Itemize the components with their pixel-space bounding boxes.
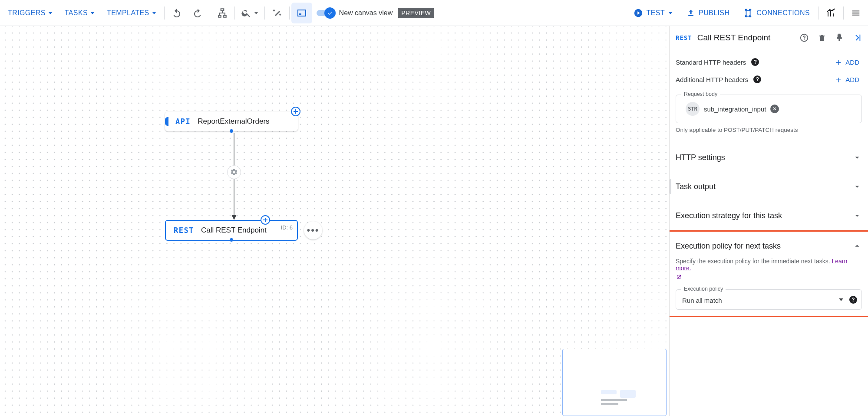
redo-button[interactable] [187, 3, 208, 23]
collapse-panel-button[interactable] [852, 33, 862, 43]
magic-button[interactable] [267, 3, 287, 23]
trash-icon [818, 33, 826, 42]
section-exec-strategy: Execution strategy for this task [670, 201, 868, 230]
node-port[interactable] [230, 238, 233, 242]
add-node-icon[interactable] [291, 107, 300, 116]
additional-headers-label: Additional HTTP headers [676, 76, 748, 83]
layout-button[interactable] [212, 3, 233, 23]
edge [231, 133, 237, 220]
workspace: API ReportExternalOrders REST Call REST … [0, 26, 868, 416]
node-accent [165, 117, 168, 126]
edge-settings-button[interactable] [227, 165, 241, 179]
minimap[interactable] [562, 349, 667, 416]
panel-header: REST Call REST Endpoint [670, 26, 868, 49]
canvas-view-label: New canvas view [339, 9, 393, 17]
chevron-down-icon [254, 12, 258, 14]
check-icon [324, 7, 336, 19]
task-node-selected[interactable]: REST Call REST Endpoint ID: 6 [165, 220, 298, 241]
node-port[interactable] [230, 129, 233, 133]
chevron-down-icon [839, 298, 843, 301]
additional-headers-row: Additional HTTP headers? ＋ADD [670, 75, 868, 92]
connections-icon [743, 8, 753, 18]
exec-strategy-header[interactable]: Execution strategy for this task [670, 201, 868, 230]
chart-icon [826, 8, 836, 18]
chevron-down-icon [152, 12, 156, 14]
node-type-label: REST [174, 226, 194, 235]
templates-menu[interactable]: TEMPLATES [101, 3, 162, 23]
external-link-icon [676, 274, 682, 280]
task-output-header[interactable]: Task output [670, 172, 868, 201]
gear-icon [230, 168, 238, 176]
remove-chip-button[interactable]: ✕ [770, 105, 779, 113]
plus-icon: ＋ [834, 75, 843, 84]
node-title: ReportExternalOrders [198, 117, 269, 126]
help-button[interactable] [799, 33, 809, 43]
exec-policy-desc-text: Specify the execution policy for the imm… [676, 258, 832, 265]
toolbar-separator [234, 7, 235, 20]
more-menu-button[interactable] [845, 3, 866, 23]
metrics-button[interactable] [821, 3, 842, 23]
toolbar-separator [264, 7, 265, 20]
triggers-menu[interactable]: TRIGGERS [2, 3, 59, 23]
node-id: ID: 6 [281, 224, 293, 231]
add-label: ADD [845, 76, 859, 83]
help-icon[interactable]: ? [753, 75, 761, 83]
panel-title: Call REST Endpoint [697, 33, 771, 43]
minimap-toggle[interactable] [291, 3, 312, 23]
toolbar-separator [289, 7, 290, 20]
menu-icon [851, 8, 861, 18]
wand-icon [272, 8, 282, 18]
templates-label: TEMPLATES [107, 9, 149, 17]
tasks-menu[interactable]: TASKS [59, 3, 101, 23]
exec-policy-header[interactable]: Execution policy for next tasks [676, 238, 862, 258]
help-icon[interactable]: ? [751, 58, 759, 66]
chip-text: sub_integration_input [704, 105, 766, 113]
standard-headers-row: Standard HTTP headers? ＋ADD [670, 49, 868, 75]
http-settings-label: HTTP settings [676, 153, 725, 162]
exec-policy-section: Execution policy for next tasks Specify … [669, 230, 868, 317]
undo-button[interactable] [166, 3, 187, 23]
chevron-down-icon [852, 153, 862, 162]
preview-pill: PREVIEW [398, 8, 434, 18]
minimap-icon [297, 8, 307, 18]
node-more-button[interactable]: ••• [304, 221, 322, 239]
svg-rect-0 [299, 13, 301, 15]
collapse-right-icon [852, 33, 862, 43]
canvas[interactable]: API ReportExternalOrders REST Call REST … [0, 26, 669, 416]
node-type-label: API [175, 117, 191, 126]
help-icon [799, 33, 809, 43]
exec-policy-select-legend: Execution policy [681, 286, 726, 292]
trigger-node[interactable]: API ReportExternalOrders [165, 112, 298, 131]
pin-icon [835, 33, 844, 42]
connections-button[interactable]: CONNECTIONS [736, 3, 817, 23]
triggers-label: TRIGGERS [8, 9, 46, 17]
string-type-badge: STR [686, 102, 700, 116]
test-button[interactable]: TEST [627, 3, 680, 23]
connections-label: CONNECTIONS [756, 9, 810, 17]
delete-button[interactable] [818, 33, 826, 43]
svg-marker-2 [231, 215, 237, 220]
add-additional-header-button[interactable]: ＋ADD [832, 75, 862, 84]
request-body-field[interactable]: Request body STR sub_integration_input ✕ [676, 95, 862, 123]
http-settings-header[interactable]: HTTP settings [670, 143, 868, 172]
toolbar: TRIGGERS TASKS TEMPLATES New canvas view… [0, 0, 868, 26]
add-standard-header-button[interactable]: ＋ADD [832, 57, 862, 67]
standard-headers-label: Standard HTTP headers [676, 59, 746, 66]
exec-policy-select[interactable]: Execution policy Run all match ? [676, 289, 862, 310]
section-http-settings: HTTP settings [670, 143, 868, 172]
panel-type: REST [676, 34, 692, 41]
upload-icon [686, 9, 695, 17]
test-label: TEST [647, 9, 665, 17]
redo-icon [192, 8, 203, 18]
help-icon[interactable]: ? [849, 296, 857, 304]
chevron-up-icon [852, 241, 862, 251]
chevron-down-icon [90, 12, 95, 14]
exec-policy-select-value: Run all match [682, 297, 722, 304]
pin-button[interactable] [835, 33, 844, 43]
add-label: ADD [845, 59, 859, 66]
canvas-view-switch[interactable] [317, 8, 334, 18]
add-node-icon[interactable] [261, 215, 270, 225]
exec-policy-desc: Specify the execution policy for the imm… [676, 258, 862, 272]
publish-button[interactable]: PUBLISH [680, 3, 736, 23]
zoom-button[interactable] [237, 3, 263, 23]
